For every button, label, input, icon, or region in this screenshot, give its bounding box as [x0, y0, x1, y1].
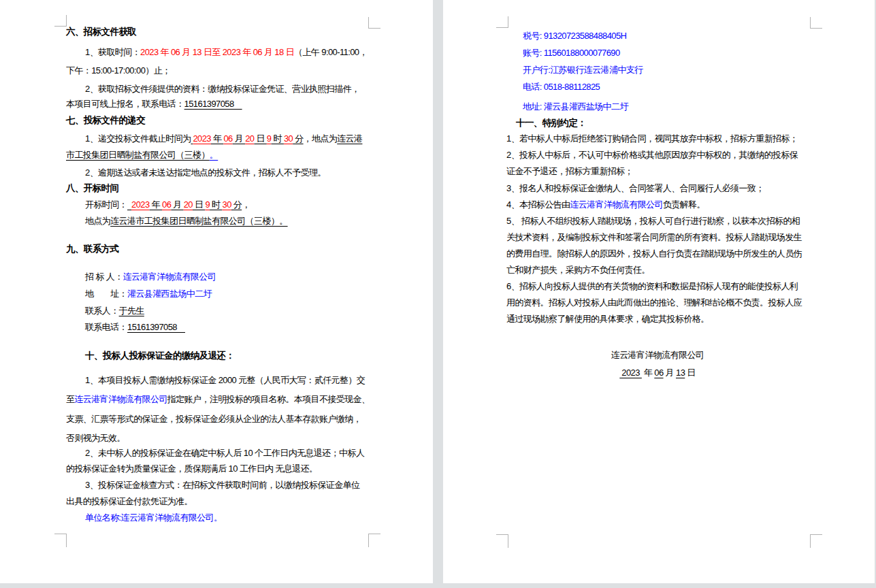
text-segment: 1、获取时间： [85, 47, 140, 57]
text-segment: 联系电话： [85, 322, 127, 332]
text-segment: 年 [642, 368, 654, 378]
margin-mark-bottom-right-icon [810, 534, 822, 548]
document-page-2[interactable]: 税号: 91320723588488405H账号: 11560188000077… [443, 0, 875, 583]
text-segment: 2023 [131, 199, 150, 210]
text-segment: 13 [676, 368, 685, 378]
text-line: 通过现场勘察了解使用的具体要求，确定其投标价格。 [506, 312, 709, 327]
text-segment: 月 [233, 133, 245, 144]
text-segment: 招 标 人： [85, 272, 123, 282]
text-segment: 30 [284, 133, 293, 144]
text-segment: 2、未中标人的投标保证金在确定中标人后 10 个工作日内无息退还；中标人 [85, 448, 364, 458]
text-line: 联系人：于先生 [85, 304, 144, 318]
text-segment: 联系人： [85, 306, 119, 316]
text-segment: 日 [193, 199, 205, 210]
section-heading: 八、开标时间 [66, 181, 118, 196]
text-line: 出具的投标保证金付款凭证为准。 [66, 494, 193, 509]
margin-mark-top-right-icon [810, 17, 822, 29]
text-line: 联系电话：15161397058 [85, 320, 185, 335]
text-line: 1、若中标人中标后拒绝签订购销合同，视同其放弃中标权，招标方重新招标； [506, 131, 798, 146]
text-line: 支票、汇票等形式的保证金，投标保证金必须从企业的法人基本存款账户缴纳， [66, 412, 361, 427]
text-segment: 本项目可线上报名，联系电话： [66, 99, 184, 109]
text-segment: 否则视为无效。 [66, 433, 125, 443]
text-segment: 月 [171, 199, 183, 210]
document-page-1[interactable]: 六、招标文件获取1、获取时间：2023 年 06 月 13 日至 2023 年 … [0, 0, 433, 583]
text-segment: 地 址： [85, 289, 127, 299]
text-line: 2、逾期送达或者未送达指定地点的投标文件，招标人不予受理。 [85, 165, 326, 180]
text-segment: 七、投标文件的递交 [66, 115, 145, 125]
text-line: 2、投标人中标后，不认可中标价格或其他原因放弃中标权的，其缴纳的投标保 [506, 148, 798, 163]
text-line: 下午：15:00-17:00:00）止； [66, 63, 170, 78]
text-segment: 3、报名人和投标保证金缴纳人、合同签署人、合同履行人必须一致； [506, 183, 764, 193]
text-segment: 至 [66, 394, 74, 404]
text-line: 关技术资料，及编制投标文件和签署合同所需的所有资料。投标人踏勘现场发生 [506, 230, 802, 245]
text-segment: 4、本招标公告由 [506, 199, 570, 210]
text-segment: 日 [685, 368, 695, 378]
text-segment: 指定账户，注明投标的项目名称。本项目不接受现金、 [167, 394, 370, 404]
margin-mark-bottom-left-icon [496, 534, 508, 548]
text-line: 连云港宵洋物流有限公司 [506, 348, 809, 363]
text-segment: 开标时间： [85, 199, 127, 210]
text-segment: 用的资料。招标人对投标人由此而做出的推论、理解和结论概不负责。投标人应 [506, 297, 802, 308]
text-line: 6、招标人向投标人提供的有关货物的资料和数据是招标人现有的能使投标人利 [506, 279, 798, 294]
text-segment: 于先生 [119, 306, 144, 316]
text-segment: 六、招标文件获取 [66, 27, 136, 37]
margin-mark-top-right-icon [368, 17, 380, 29]
section-heading: 六、招标文件获取 [66, 24, 136, 39]
text-line: 1、本项目投标人需缴纳投标保证金 2000 元整（人民币大写：贰仟元整）交 [85, 373, 365, 388]
text-segment: 2、逾期送达或者未送达指定地点的投标文件，招标人不予受理。 [85, 167, 326, 178]
text-segment: 连云港市工投集团日晒制盐有限公司（三楼）。 [110, 216, 287, 226]
text-line: 账号: 11560188000077690 [523, 46, 620, 61]
text-segment: 。 [210, 150, 218, 160]
text-segment: 负责解释。 [663, 199, 705, 210]
text-segment: 开户行:江苏银行连云港浦中支行 [523, 65, 643, 75]
text-line: 4、本招标公告由连云港宵洋物流有限公司负责解释。 [506, 197, 705, 212]
document-canvas: { "colors": { "red": "#ff0000", "blue": … [0, 0, 876, 588]
text-segment: 20 [184, 199, 193, 210]
text-line: 开标时间： 2023 年 06 月 20 日 9 时 30 分， [85, 197, 250, 212]
text-segment: 的费用自理。除招标人的原因外，投标人自行负责在踏勘现场中所发生的人员伤 [506, 248, 802, 259]
text-segment: 的投标保证金转为质量保证金，质保期满后 10 工作日内 无息退还。 [66, 463, 318, 474]
text-line: 3、报名人和投标保证金缴纳人、合同签署人、合同履行人必须一致； [506, 181, 764, 196]
text-segment: ， [242, 199, 250, 210]
text-segment: 连云港宵洋物流有限公司 [123, 272, 216, 282]
text-segment: 年 [150, 199, 162, 210]
text-segment: 06 [223, 133, 232, 144]
text-segment: 连云港宵洋物流有限公司 [611, 350, 704, 360]
text-line: 的费用自理。除招标人的原因外，投标人自行负责在踏勘现场中所发生的人员伤 [506, 246, 802, 261]
text-segment: 分 [293, 133, 303, 144]
section-heading: 十、投标人投标保证金的缴纳及退还： [85, 348, 234, 363]
text-segment: 九、联系方式 [66, 244, 118, 254]
text-segment: 06 [162, 199, 171, 210]
text-line: 电话: 0518-88112825 [523, 80, 600, 95]
text-line: 税号: 91320723588488405H [523, 29, 626, 44]
text-line: 本项目可线上报名，联系电话：15161397058 [66, 97, 242, 112]
text-segment: 年 [211, 133, 223, 144]
text-line: 证金不予退还，招标方重新招标； [506, 164, 633, 179]
text-segment: 证金不予退还，招标方重新招标； [506, 166, 633, 176]
text-segment: 日 [254, 133, 266, 144]
text-segment: 八、开标时间 [66, 183, 118, 193]
text-segment: 单位名称:连云港宵洋物流有限公司。 [85, 512, 222, 523]
text-segment: 税号: 91320723588488405H [523, 31, 626, 41]
text-segment: 06 [654, 368, 663, 378]
text-segment: 30 [223, 199, 231, 210]
text-line: 2、未中标人的投标保证金在确定中标人后 10 个工作日内无息退还；中标人 [85, 446, 364, 461]
text-segment: 6、招标人向投标人提供的有关货物的资料和数据是招标人现有的能使投标人利 [506, 281, 798, 291]
text-segment: ，地点为 [304, 133, 338, 144]
text-segment: 1、递交投标文件截止时间为 [85, 133, 191, 144]
text-line: 用的资料。招标人对投标人由此而做出的推论、理解和结论概不负责。投标人应 [506, 295, 802, 310]
text-segment: 2、获取招标文件须提供的资料：缴纳投标保证金凭证、营业执照扫描件， [85, 84, 359, 94]
text-line: 否则视为无效。 [66, 431, 125, 446]
text-segment: 分 [231, 199, 242, 210]
text-line: 亡和财产损失，采购方不负任何责任。 [506, 263, 650, 278]
margin-mark-top-left-icon [54, 15, 67, 27]
text-segment: 亡和财产损失，采购方不负任何责任。 [506, 265, 650, 275]
text-segment: 十、投标人投标保证金的缴纳及退还： [85, 350, 234, 361]
text-segment: 2023 [619, 368, 642, 378]
text-segment: 2、投标人中标后，不认可中标价格或其他原因放弃中标权的，其缴纳的投标保 [506, 150, 798, 160]
text-line: 至连云港宵洋物流有限公司指定账户，注明投标的项目名称。本项目不接受现金、 [66, 392, 370, 407]
text-segment: 支票、汇票等形式的保证金，投标保证金必须从企业的法人基本存款账户缴纳， [66, 414, 361, 424]
text-segment: 连云港 [337, 133, 362, 144]
text-segment: 月 [664, 368, 676, 378]
text-segment: 15161397058 [127, 322, 185, 332]
